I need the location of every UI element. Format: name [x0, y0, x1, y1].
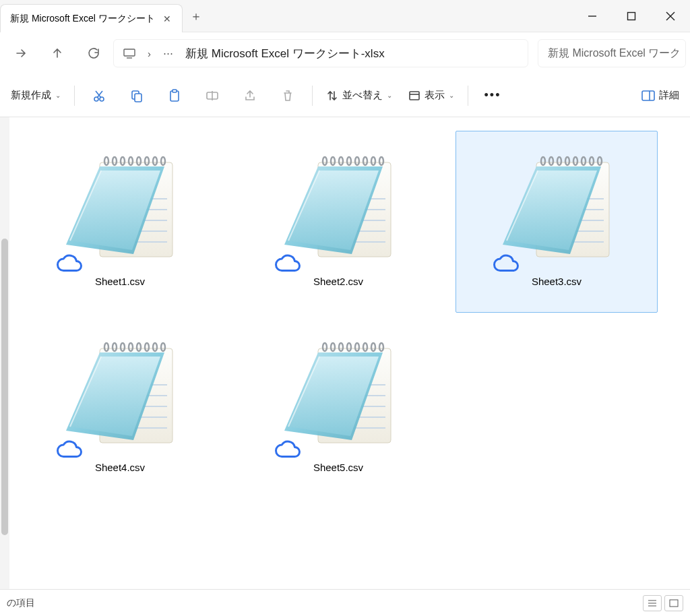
- file-icon: [53, 323, 187, 458]
- file-name: Sheet4.csv: [95, 462, 145, 473]
- details-pane-button[interactable]: 詳細: [635, 81, 686, 111]
- delete-button[interactable]: [270, 81, 305, 111]
- view-button[interactable]: 表示 ⌄: [402, 81, 461, 111]
- rename-icon: [206, 89, 219, 102]
- more-button[interactable]: •••: [475, 81, 510, 111]
- toolbar: 新規作成 ⌄ 並べ替え ⌄ 表示 ⌄ ••• 詳細: [0, 74, 690, 117]
- close-window-button[interactable]: [651, 0, 690, 32]
- share-button[interactable]: [232, 81, 268, 111]
- status-text: の項目: [7, 597, 35, 609]
- view-mode-toggles: [643, 595, 683, 611]
- ellipsis-icon: •••: [484, 88, 501, 102]
- address-bar[interactable]: › ⋯ 新規 Microsoft Excel ワークシート-xlsx: [113, 39, 528, 67]
- arrow-up-icon: [51, 47, 64, 60]
- svg-rect-35: [670, 600, 678, 607]
- view-icon: [408, 90, 420, 102]
- cloud-status-icon: [274, 254, 302, 273]
- file-name: Sheet2.csv: [313, 276, 363, 287]
- scroll-thumb[interactable]: [1, 239, 8, 535]
- file-icon: [271, 323, 406, 458]
- svg-rect-28: [410, 92, 419, 100]
- cloud-status-icon: [55, 254, 84, 273]
- search-box[interactable]: 新規 Microsoft Excel ワーク: [538, 39, 686, 67]
- file-icon: [53, 137, 187, 272]
- details-label: 詳細: [659, 89, 679, 102]
- new-label: 新規作成: [11, 89, 51, 102]
- file-icon: [271, 137, 406, 272]
- file-grid[interactable]: Sheet1.csv Sheet2.csv Sheet3.csv Sheet4.…: [9, 117, 690, 589]
- cut-icon: [92, 89, 106, 102]
- minimize-button[interactable]: [573, 0, 612, 32]
- file-item[interactable]: Sheet4.csv: [19, 317, 221, 499]
- nav-row: › ⋯ 新規 Microsoft Excel ワークシート-xlsx 新規 Mi…: [0, 32, 690, 74]
- separator: [468, 86, 468, 106]
- view-label: 表示: [425, 89, 445, 102]
- details-pane-icon: [641, 90, 655, 101]
- address-segment[interactable]: 新規 Microsoft Excel ワークシート-xlsx: [185, 46, 385, 61]
- status-bar: の項目: [0, 589, 690, 616]
- titlebar: 新規 Microsoft Excel ワークシート ✕ ＋: [0, 0, 690, 32]
- file-item[interactable]: Sheet3.csv: [456, 131, 658, 313]
- sort-icon: [326, 90, 338, 102]
- separator: [74, 86, 75, 106]
- file-item[interactable]: Sheet5.csv: [237, 317, 439, 499]
- svg-rect-15: [628, 12, 635, 20]
- rename-button[interactable]: [195, 81, 230, 111]
- file-icon: [489, 137, 624, 272]
- search-placeholder: 新規 Microsoft Excel ワーク: [548, 47, 681, 61]
- details-view-toggle[interactable]: [643, 595, 662, 611]
- pc-icon: [123, 48, 135, 59]
- new-button[interactable]: 新規作成 ⌄: [4, 81, 67, 111]
- copy-icon: [130, 89, 144, 102]
- file-item[interactable]: Sheet1.csv: [19, 131, 221, 313]
- cloud-status-icon: [492, 254, 520, 273]
- chevron-down-icon: ⌄: [387, 92, 392, 99]
- refresh-button[interactable]: [77, 40, 111, 67]
- file-name: Sheet1.csv: [95, 276, 145, 287]
- sort-label: 並べ替え: [342, 89, 383, 102]
- up-button[interactable]: [40, 40, 74, 67]
- sort-button[interactable]: 並べ替え ⌄: [319, 81, 399, 111]
- cloud-status-icon: [274, 440, 302, 459]
- svg-rect-18: [124, 49, 135, 56]
- close-tab-icon[interactable]: ✕: [162, 13, 172, 24]
- cloud-status-icon: [55, 440, 84, 459]
- chevron-right-icon: ›: [148, 48, 151, 59]
- tab-title: 新規 Microsoft Excel ワークシート: [10, 13, 155, 25]
- forward-button[interactable]: [4, 40, 38, 67]
- arrow-right-icon: [14, 47, 28, 60]
- chevron-down-icon: ⌄: [449, 92, 454, 99]
- svg-rect-25: [172, 90, 177, 92]
- paste-icon: [168, 89, 181, 102]
- separator: [312, 86, 313, 106]
- svg-rect-23: [135, 94, 142, 102]
- window-controls: [573, 0, 690, 32]
- paste-button[interactable]: [157, 81, 192, 111]
- copy-button[interactable]: [119, 81, 154, 111]
- icons-view-toggle[interactable]: [664, 595, 683, 611]
- refresh-icon: [87, 47, 100, 60]
- tab-current[interactable]: 新規 Microsoft Excel ワークシート ✕: [0, 4, 183, 32]
- content-area: Sheet1.csv Sheet2.csv Sheet3.csv Sheet4.…: [0, 117, 690, 589]
- maximize-button[interactable]: [612, 0, 651, 32]
- file-item[interactable]: Sheet2.csv: [237, 131, 439, 313]
- file-name: Sheet3.csv: [532, 276, 582, 287]
- new-tab-button[interactable]: ＋: [183, 0, 210, 32]
- delete-icon: [281, 89, 294, 102]
- svg-rect-30: [642, 91, 654, 100]
- ellipsis-icon[interactable]: ⋯: [163, 47, 173, 59]
- share-icon: [243, 89, 257, 102]
- cut-button[interactable]: [82, 81, 117, 111]
- scrollbar[interactable]: [0, 117, 9, 589]
- chevron-down-icon: ⌄: [55, 92, 61, 99]
- file-name: Sheet5.csv: [313, 462, 363, 473]
